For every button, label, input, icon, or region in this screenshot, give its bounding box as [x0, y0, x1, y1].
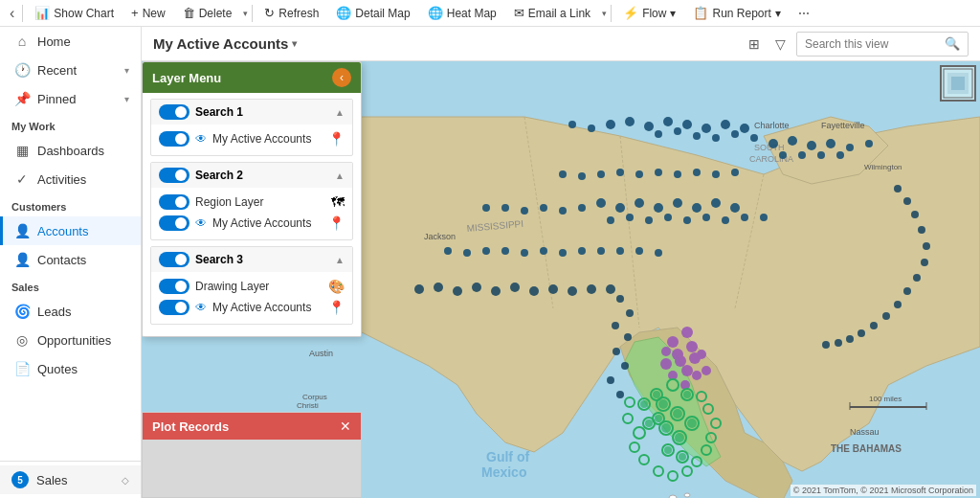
filter-button[interactable]: ▽: [770, 34, 791, 55]
svg-text:100 miles: 100 miles: [869, 395, 902, 403]
svg-point-64: [559, 207, 567, 215]
drawing-icon: 🎨: [328, 279, 345, 294]
minimap[interactable]: [940, 65, 976, 102]
svg-point-45: [836, 151, 844, 159]
accounts-icon: 👤: [14, 223, 30, 238]
marker-icon: 📍: [328, 215, 345, 231]
svg-point-103: [661, 347, 671, 356]
svg-rect-187: [951, 77, 965, 90]
svg-point-79: [597, 247, 605, 255]
search-2-toggle[interactable]: [159, 168, 189, 183]
plot-records-close-button[interactable]: ✕: [340, 419, 351, 434]
search-3-toggle[interactable]: [159, 252, 189, 267]
sidebar-item-leads[interactable]: 🌀 Leads: [0, 297, 141, 326]
search-1-toggle[interactable]: [159, 104, 189, 120]
svg-point-63: [578, 204, 586, 212]
sep2: [252, 5, 253, 22]
search-1-section: Search 1 ▲ 👁 My Active Ac: [150, 99, 353, 156]
s2-region-toggle[interactable]: [159, 194, 189, 210]
report-icon: 📋: [693, 6, 708, 20]
svg-text:Wilmington: Wilmington: [864, 163, 902, 171]
heat-map-button[interactable]: 🌐 Heat Map: [420, 2, 504, 25]
svg-point-149: [510, 283, 520, 292]
sidebar-item-contacts[interactable]: 👤 Contacts: [0, 245, 141, 274]
layout-button[interactable]: ⊞: [744, 34, 765, 55]
main-area: ⌂ Home 🕐 Recent ▾ 📌 Pinned ▾ My Work ▦ D…: [0, 27, 980, 498]
svg-point-98: [681, 365, 693, 376]
eye-icon: 👁: [195, 301, 207, 314]
svg-point-94: [686, 341, 698, 352]
svg-point-150: [491, 286, 501, 296]
svg-point-140: [683, 391, 691, 398]
svg-point-74: [693, 169, 701, 176]
svg-text:Corpus: Corpus: [302, 393, 327, 401]
sidebar-item-activities[interactable]: ✓ Activities: [0, 165, 141, 193]
svg-point-41: [865, 140, 873, 147]
svg-point-49: [654, 203, 663, 213]
s1-accounts-toggle[interactable]: [159, 131, 189, 147]
svg-point-50: [673, 198, 682, 208]
svg-point-151: [472, 283, 481, 292]
show-chart-button[interactable]: 📊 Show Chart: [27, 2, 122, 25]
svg-point-144: [606, 284, 615, 294]
s3-accounts-toggle[interactable]: [159, 300, 189, 315]
search-2-header[interactable]: Search 2 ▲: [151, 163, 352, 188]
new-button[interactable]: + New: [123, 2, 173, 25]
svg-text:Nassau: Nassau: [850, 427, 880, 437]
svg-point-60: [722, 216, 729, 224]
svg-point-35: [750, 134, 758, 142]
s2-accounts-toggle[interactable]: [159, 215, 189, 231]
back-button[interactable]: ‹: [6, 3, 18, 24]
layer-row: Region Layer 🗺: [159, 192, 345, 213]
map-container[interactable]: Gulf of Mexico Atlantic MISSISSIPPI: [142, 61, 980, 498]
svg-point-33: [712, 134, 720, 142]
sidebar-item-recent[interactable]: 🕐 Recent ▾: [0, 56, 141, 84]
delete-dropdown[interactable]: ▾: [241, 9, 248, 18]
delete-button[interactable]: 🗑 Delete: [175, 2, 240, 25]
quotes-icon: 📄: [14, 361, 30, 376]
svg-point-30: [655, 130, 662, 138]
sidebar-item-accounts[interactable]: 👤 Accounts: [0, 216, 141, 245]
search-box: 🔍: [796, 32, 969, 57]
s3-drawing-toggle[interactable]: [159, 279, 189, 294]
sidebar-item-opportunities[interactable]: ◎ Opportunities: [0, 326, 141, 354]
my-work-section: My Work: [0, 113, 141, 136]
search-input[interactable]: [805, 37, 945, 51]
svg-point-72: [655, 169, 662, 176]
svg-point-148: [529, 286, 539, 296]
title-caret[interactable]: ▾: [292, 38, 297, 49]
search-1-header[interactable]: Search 1 ▲: [151, 100, 352, 124]
content-header: My Active Accounts ▾ ⊞ ▽ 🔍: [142, 27, 980, 61]
svg-point-152: [453, 286, 462, 296]
layer-menu-close-button[interactable]: ‹: [332, 68, 351, 87]
svg-text:Gulf of: Gulf of: [486, 449, 529, 464]
plot-records-header: Plot Records ✕: [143, 413, 361, 440]
sidebar-item-dashboards[interactable]: ▦ Dashboards: [0, 136, 141, 165]
svg-point-85: [482, 247, 490, 255]
sidebar-item-pinned[interactable]: 📌 Pinned ▾: [0, 84, 141, 113]
sidebar-item-quotes[interactable]: 📄 Quotes: [0, 354, 141, 383]
svg-text:THE BAHAMAS: THE BAHAMAS: [831, 443, 902, 454]
refresh-button[interactable]: ↻ Refresh: [256, 2, 326, 25]
email-dropdown[interactable]: ▾: [600, 9, 607, 18]
svg-point-58: [683, 216, 691, 224]
more-button[interactable]: ⋯: [791, 2, 817, 25]
detail-map-button[interactable]: 🌐 Detail Map: [328, 2, 417, 25]
svg-text:Charlotte: Charlotte: [754, 121, 790, 130]
svg-point-76: [731, 169, 739, 176]
sep3: [611, 5, 612, 22]
layer-row: 👁 My Active Accounts 📍: [159, 297, 345, 318]
svg-point-27: [740, 124, 749, 133]
sidebar-item-home[interactable]: ⌂ Home: [0, 27, 141, 56]
svg-point-68: [482, 204, 490, 212]
run-report-button[interactable]: 📋 Run Report ▾: [685, 2, 788, 25]
svg-point-88: [616, 247, 624, 255]
search-3-header[interactable]: Search 3 ▲: [151, 247, 352, 272]
flow-button[interactable]: ⚡ Flow ▾: [615, 2, 683, 25]
svg-point-20: [606, 120, 615, 129]
content-area: My Active Accounts ▾ ⊞ ▽ 🔍 Gulf of Mexic…: [142, 27, 980, 498]
svg-point-159: [612, 348, 620, 355]
email-link-button[interactable]: ✉ Email a Link: [506, 2, 598, 25]
sidebar-sales-bottom[interactable]: 5 Sales ◇: [0, 465, 141, 494]
search-3-section: Search 3 ▲ Drawing Layer �: [150, 246, 353, 325]
